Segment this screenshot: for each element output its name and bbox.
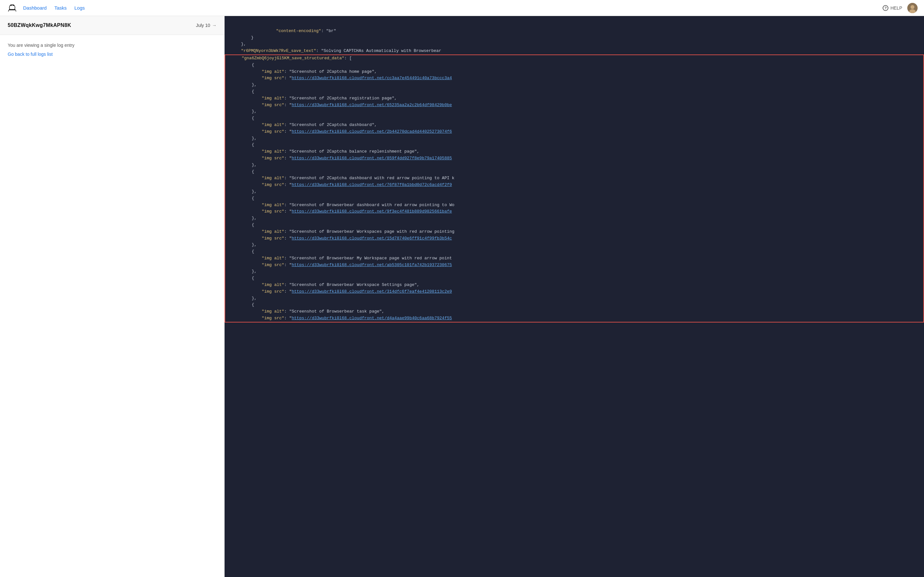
code-line-25: }, [232,189,257,194]
nav-dashboard[interactable]: Dashboard [23,5,47,11]
log-description: You are viewing a single log entry [8,43,216,48]
arrow-right-icon: → [212,23,216,28]
code-line-43: "img alt": "Screenshot of Browserbear ta… [232,309,384,314]
code-line-10: { [232,89,254,94]
code-line-13: }, [232,109,257,114]
code-line-42: { [232,302,254,307]
code-line-7: "img alt": "Screenshot of 2Captcha home … [232,69,377,74]
code-line-27: "img alt": "Screenshot of Browserbear da… [232,203,454,207]
code-line-41: }, [232,296,257,301]
nav-logs[interactable]: Logs [74,5,85,11]
code-line-17: }, [232,136,257,141]
code-line-15: "img alt": "Screenshot of 2Captcha dashb… [232,122,377,127]
code-line-1: "content-encoding": "br" [246,29,336,33]
code-line-37: }, [232,269,257,274]
code-line-28: "img src": "https://d33wubrfki0l68.cloud… [232,209,452,214]
svg-rect-2 [9,9,16,10]
logo[interactable] [6,2,18,14]
code-line-24: "img src": "https://d33wubrfki0l68.cloud… [232,182,452,187]
code-line-32: "img src": "https://d33wubrfki0l68.cloud… [232,236,452,241]
svg-line-4 [16,10,16,11]
left-panel: 50BZWqkKwg7MkAPN8K July 10 → You are vie… [0,16,225,577]
code-line-22: { [232,169,254,174]
log-date-text: July 10 [196,23,210,28]
nav-links: Dashboard Tasks Logs [23,5,883,11]
highlighted-section: "gna6ZmbQ6joyjGl5KM_save_structured_data… [225,55,924,322]
code-line-39: "img alt": "Screenshot of Browserbear Wo… [232,282,419,287]
code-line-14: { [232,116,254,121]
nav-tasks[interactable]: Tasks [54,5,66,11]
back-to-logs-link[interactable]: Go back to full logs list [8,52,53,57]
svg-point-0 [10,5,12,6]
svg-line-3 [8,10,9,11]
code-line-38: { [232,276,254,280]
code-line-40: "img src": "https://d33wubrfki0l68.cloud… [232,289,452,294]
code-line-29: }, [232,216,257,221]
avatar[interactable] [907,3,918,13]
code-line-30: { [232,222,254,227]
code-line-33: }, [232,242,257,247]
nav-right: ? HELP [883,3,918,13]
code-line-23: "img alt": "Screenshot of 2Captcha dashb… [232,176,454,181]
code-line-44: "img src": "https://d33wubrfki0l68.cloud… [232,316,452,321]
code-line-3: }, [231,42,246,47]
code-line-11: "img alt": "Screenshot of 2Captcha regis… [232,96,397,101]
help-button[interactable]: ? HELP [883,5,902,11]
code-line-4: "r6PMQNyorn3bWk7RvE_save_text": "Solving… [231,48,441,53]
code-line-20: "img src": "https://d33wubrfki0l68.cloud… [232,156,452,161]
code-line-21: }, [232,163,257,167]
log-id: 50BZWqkKwg7MkAPN8K [8,23,71,28]
log-header: 50BZWqkKwg7MkAPN8K July 10 → [0,16,224,35]
code-line-2: } [231,35,254,40]
svg-point-6 [911,5,914,9]
code-line-16: "img src": "https://d33wubrfki0l68.cloud… [232,129,452,134]
code-line-12: "img src": "https://d33wubrfki0l68.cloud… [232,103,452,107]
code-line-34: { [232,249,254,254]
help-label: HELP [890,5,902,11]
code-line-19: "img alt": "Screenshot of 2Captcha balan… [232,149,419,154]
code-line-26: { [232,196,254,201]
main-container: 50BZWqkKwg7MkAPN8K July 10 → You are vie… [0,16,924,577]
log-date: July 10 → [196,23,216,28]
help-icon: ? [883,5,888,11]
code-line-5: "gna6ZmbQ6joyjGl5KM_save_structured_data… [232,56,352,61]
code-line-18: { [232,142,254,147]
code-line-31: "img alt": "Screenshot of Browserbear Wo… [232,229,454,234]
code-line-9: }, [232,82,257,87]
code-viewer: "content-encoding": "br" } }, "r6PMQNyor… [225,16,924,341]
code-line-8: "img src": "https://d33wubrfki0l68.cloud… [232,76,452,81]
svg-point-1 [13,5,14,6]
code-line-36: "img src": "https://d33wubrfki0l68.cloud… [232,263,452,268]
code-line-6: { [232,63,254,67]
right-panel[interactable]: "content-encoding": "br" } }, "r6PMQNyor… [225,16,924,577]
nav-bar: Dashboard Tasks Logs ? HELP [0,0,924,16]
code-line-35: "img alt": "Screenshot of Browserbear My… [232,256,452,261]
logo-icon [8,3,17,13]
log-body: You are viewing a single log entry Go ba… [0,35,224,577]
